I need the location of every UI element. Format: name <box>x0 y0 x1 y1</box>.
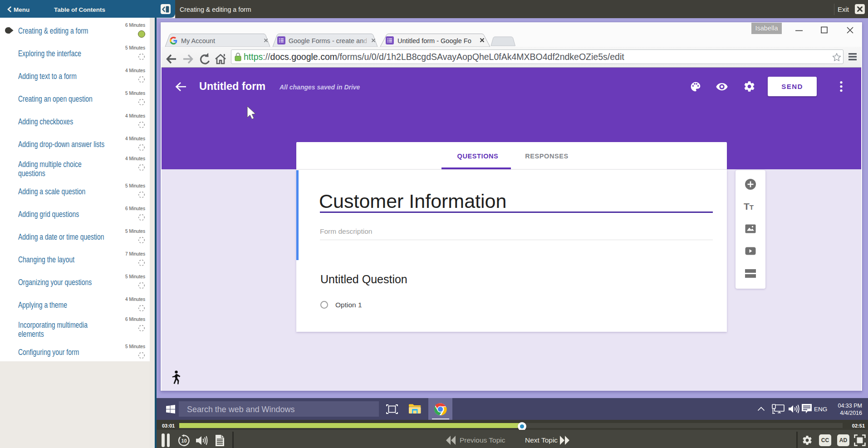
svg-text:10: 10 <box>181 438 186 443</box>
